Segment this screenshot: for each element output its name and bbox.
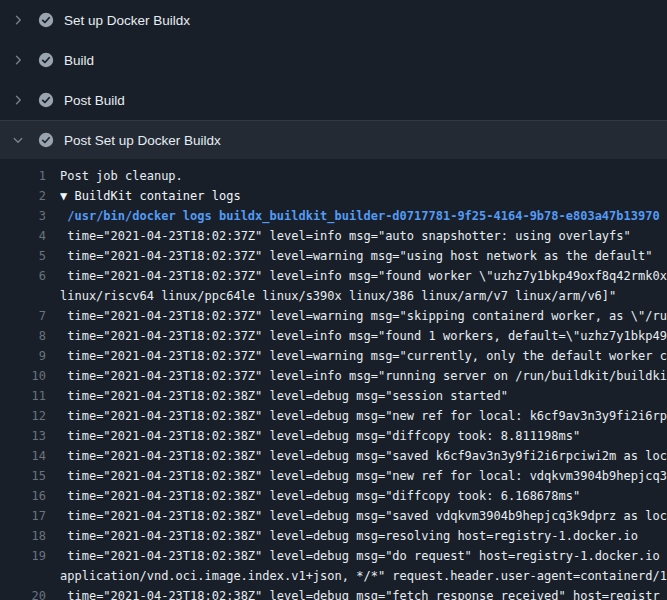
log-line: application/vnd.oci.image.index.v1+json,… [0, 566, 667, 586]
line-number[interactable]: 8 [0, 326, 60, 346]
line-number[interactable]: 18 [0, 526, 60, 546]
line-number[interactable] [0, 286, 60, 306]
step-title: Post Set up Docker Buildx [64, 133, 221, 148]
log-text: time="2021-04-23T18:02:37Z" level=info m… [60, 326, 667, 346]
log-text: time="2021-04-23T18:02:38Z" level=debug … [60, 526, 667, 546]
step-section-setup-docker-buildx[interactable]: Set up Docker Buildx [0, 0, 667, 40]
line-number[interactable]: 1 [0, 166, 60, 186]
log-line: 4 time="2021-04-23T18:02:37Z" level=info… [0, 226, 667, 246]
log-output: 1 Post job cleanup. 2 ▼ BuildKit contain… [0, 160, 667, 600]
log-line: 2 ▼ BuildKit container logs [0, 186, 667, 206]
chevron-down-icon[interactable] [12, 134, 24, 146]
check-circle-icon [38, 12, 54, 28]
log-text: time="2021-04-23T18:02:38Z" level=debug … [60, 426, 667, 446]
log-text: application/vnd.oci.image.index.v1+json,… [60, 566, 667, 586]
log-line: 8 time="2021-04-23T18:02:37Z" level=info… [0, 326, 667, 346]
log-text: time="2021-04-23T18:02:38Z" level=debug … [60, 386, 667, 406]
line-number[interactable]: 9 [0, 346, 60, 366]
line-number[interactable]: 4 [0, 226, 60, 246]
log-text: time="2021-04-23T18:02:37Z" level=warnin… [60, 346, 667, 366]
log-line: 7 time="2021-04-23T18:02:37Z" level=warn… [0, 306, 667, 326]
log-group-toggle[interactable]: ▼ BuildKit container logs [60, 186, 667, 206]
step-title: Post Build [64, 93, 125, 108]
line-number[interactable]: 12 [0, 406, 60, 426]
line-number[interactable]: 16 [0, 486, 60, 506]
line-number[interactable]: 3 [0, 206, 60, 226]
chevron-right-icon[interactable] [12, 54, 24, 66]
step-title: Build [64, 53, 94, 68]
line-number[interactable]: 6 [0, 266, 60, 286]
line-number[interactable]: 5 [0, 246, 60, 266]
log-text: time="2021-04-23T18:02:38Z" level=debug … [60, 506, 667, 526]
log-line: 1 Post job cleanup. [0, 166, 667, 186]
line-number[interactable]: 10 [0, 366, 60, 386]
chevron-right-icon[interactable] [12, 14, 24, 26]
line-number[interactable]: 15 [0, 466, 60, 486]
log-line: 10 time="2021-04-23T18:02:37Z" level=inf… [0, 366, 667, 386]
check-circle-icon [38, 132, 54, 148]
log-text: linux/riscv64 linux/ppc64le linux/s390x … [60, 286, 667, 306]
check-circle-icon [38, 52, 54, 68]
log-text: time="2021-04-23T18:02:38Z" level=debug … [60, 406, 667, 426]
log-line: 5 time="2021-04-23T18:02:37Z" level=warn… [0, 246, 667, 266]
log-line: 17 time="2021-04-23T18:02:38Z" level=deb… [0, 506, 667, 526]
log-line: 6 time="2021-04-23T18:02:37Z" level=info… [0, 266, 667, 286]
log-text: time="2021-04-23T18:02:37Z" level=info m… [60, 366, 667, 386]
line-number[interactable]: 7 [0, 306, 60, 326]
log-line: 9 time="2021-04-23T18:02:37Z" level=warn… [0, 346, 667, 366]
log-line: 11 time="2021-04-23T18:02:38Z" level=deb… [0, 386, 667, 406]
log-text: /usr/bin/docker logs buildx_buildkit_bui… [60, 206, 667, 226]
line-number[interactable]: 20 [0, 586, 60, 600]
log-text: Post job cleanup. [60, 166, 667, 186]
log-line: 19 time="2021-04-23T18:02:38Z" level=deb… [0, 546, 667, 566]
line-number[interactable]: 14 [0, 446, 60, 466]
step-section-post-build[interactable]: Post Build [0, 80, 667, 120]
log-line: 16 time="2021-04-23T18:02:38Z" level=deb… [0, 486, 667, 506]
line-number[interactable]: 17 [0, 506, 60, 526]
log-text: time="2021-04-23T18:02:38Z" level=debug … [60, 486, 667, 506]
log-text: time="2021-04-23T18:02:37Z" level=info m… [60, 266, 667, 286]
log-text: time="2021-04-23T18:02:37Z" level=warnin… [60, 306, 667, 326]
log-line: 14 time="2021-04-23T18:02:38Z" level=deb… [0, 446, 667, 466]
chevron-right-icon[interactable] [12, 94, 24, 106]
log-text: time="2021-04-23T18:02:38Z" level=debug … [60, 586, 667, 600]
line-number[interactable]: 11 [0, 386, 60, 406]
step-section-build[interactable]: Build [0, 40, 667, 80]
log-line: 15 time="2021-04-23T18:02:38Z" level=deb… [0, 466, 667, 486]
log-text: time="2021-04-23T18:02:38Z" level=debug … [60, 466, 667, 486]
line-number[interactable]: 2 [0, 186, 60, 206]
log-text: time="2021-04-23T18:02:38Z" level=debug … [60, 546, 667, 566]
log-text: time="2021-04-23T18:02:37Z" level=info m… [60, 226, 667, 246]
log-text: time="2021-04-23T18:02:37Z" level=warnin… [60, 246, 667, 266]
log-line: 13 time="2021-04-23T18:02:38Z" level=deb… [0, 426, 667, 446]
line-number[interactable]: 13 [0, 426, 60, 446]
line-number[interactable] [0, 566, 60, 586]
log-line: linux/riscv64 linux/ppc64le linux/s390x … [0, 286, 667, 306]
log-line: 20 time="2021-04-23T18:02:38Z" level=deb… [0, 586, 667, 600]
step-title: Set up Docker Buildx [64, 13, 190, 28]
log-line: 3 /usr/bin/docker logs buildx_buildkit_b… [0, 206, 667, 226]
log-line: 18 time="2021-04-23T18:02:38Z" level=deb… [0, 526, 667, 546]
check-circle-icon [38, 92, 54, 108]
actions-log-viewer: Set up Docker Buildx Build Post Build Po… [0, 0, 667, 600]
line-number[interactable]: 19 [0, 546, 60, 566]
log-line: 12 time="2021-04-23T18:02:38Z" level=deb… [0, 406, 667, 426]
step-section-post-setup-docker-buildx[interactable]: Post Set up Docker Buildx [0, 120, 667, 160]
log-text: time="2021-04-23T18:02:38Z" level=debug … [60, 446, 667, 466]
